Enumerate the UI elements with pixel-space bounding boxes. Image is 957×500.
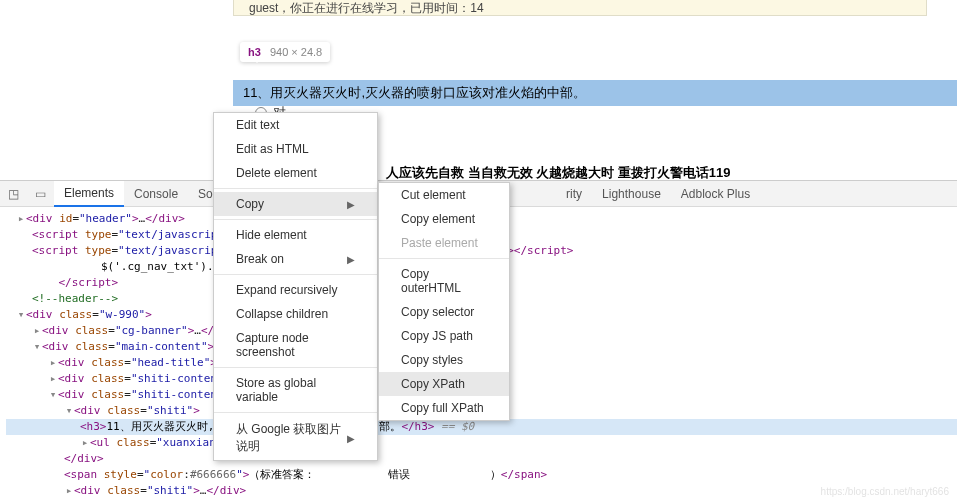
submenu-copy-styles[interactable]: Copy styles [379,348,509,372]
menu-break-label: Break on [236,252,284,266]
inspect-tooltip: h3 940 × 24.8 [240,42,330,62]
tooltip-tag: h3 [248,46,261,58]
menu-google-label: 从 Google 获取图片说明 [236,421,347,455]
question-heading: 11、用灭火器灭火时,灭火器的喷射口应该对准火焰的中部。 [233,80,957,106]
chevron-right-icon: ▶ [347,199,355,210]
menu-delete-element[interactable]: Delete element [214,161,377,185]
device-toggle-icon[interactable]: ▭ [27,183,54,205]
submenu-copy-element[interactable]: Copy element [379,207,509,231]
chevron-right-icon: ▶ [347,254,355,265]
submenu-paste-element: Paste element [379,231,509,255]
menu-copy[interactable]: Copy ▶ [214,192,377,216]
tab-adblock[interactable]: Adblock Plus [671,182,760,206]
menu-break-on[interactable]: Break on ▶ [214,247,377,271]
menu-expand[interactable]: Expand recursively [214,278,377,302]
tab-lighthouse[interactable]: Lighthouse [592,182,671,206]
tab-elements[interactable]: Elements [54,181,124,207]
submenu-copy-full-xpath[interactable]: Copy full XPath [379,396,509,420]
submenu-copy-outerhtml[interactable]: Copy outerHTML [379,262,509,300]
submenu-copy-xpath[interactable]: Copy XPath [379,372,509,396]
menu-google-image[interactable]: 从 Google 获取图片说明 ▶ [214,416,377,460]
selected-h3-node[interactable]: <h3>11、用灭火器灭火时,灭火器的喷射口应该对准火焰的中部。</h3> ==… [6,419,957,435]
menu-collapse[interactable]: Collapse children [214,302,377,326]
inspect-icon[interactable]: ◳ [0,183,27,205]
menu-edit-html[interactable]: Edit as HTML [214,137,377,161]
submenu-copy-jspath[interactable]: Copy JS path [379,324,509,348]
menu-copy-label: Copy [236,197,264,211]
copy-submenu: Cut element Copy element Paste element C… [378,182,510,421]
tooltip-dimensions: 940 × 24.8 [270,46,322,58]
menu-edit-text[interactable]: Edit text [214,113,377,137]
menu-hide-element[interactable]: Hide element [214,223,377,247]
context-menu: Edit text Edit as HTML Delete element Co… [213,112,378,461]
menu-store-global[interactable]: Store as global variable [214,371,377,409]
submenu-copy-selector[interactable]: Copy selector [379,300,509,324]
watermark: https:/blog.csdn.net/haryt666 [821,486,949,497]
menu-capture-screenshot[interactable]: Capture node screenshot [214,326,377,364]
notice-banner: guest，你正在进行在线学习，已用时间：14 [233,0,927,16]
submenu-cut-element[interactable]: Cut element [379,183,509,207]
chevron-right-icon: ▶ [347,433,355,444]
tab-console[interactable]: Console [124,182,188,206]
tab-security[interactable]: rity [556,182,592,206]
